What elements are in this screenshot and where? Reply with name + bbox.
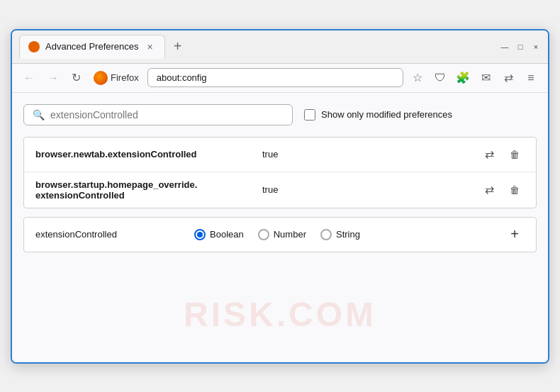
- firefox-icon: [94, 71, 108, 85]
- pref-name-1: browser.newtab.extensionControlled: [35, 149, 262, 159]
- firefox-logo: Firefox: [89, 71, 143, 85]
- search-input[interactable]: extensionControlled: [50, 109, 284, 121]
- firefox-label: Firefox: [111, 72, 139, 83]
- sync-icon[interactable]: ⇄: [498, 68, 518, 88]
- radio-boolean-circle: [194, 229, 206, 240]
- browser-window: Advanced Preferences × + — □ × ← → ↻ Fir…: [11, 29, 549, 364]
- radio-string-label: String: [336, 229, 360, 240]
- menu-icon[interactable]: ≡: [521, 68, 541, 88]
- new-tab-button[interactable]: +: [168, 37, 188, 56]
- radio-boolean-label: Boolean: [210, 229, 244, 240]
- extension-icon[interactable]: 🧩: [453, 68, 473, 88]
- tab-close-button[interactable]: ×: [145, 40, 156, 54]
- row-2-actions: [479, 180, 525, 200]
- row-1-actions: [479, 145, 525, 164]
- delete-button-2[interactable]: [505, 180, 525, 200]
- address-bar[interactable]: about:config: [147, 68, 403, 87]
- back-button[interactable]: ←: [19, 69, 39, 87]
- address-text: about:config: [157, 72, 207, 83]
- pref-value-1: true: [262, 149, 479, 159]
- nav-icons: ☆ 🛡 🧩 ✉ ⇄ ≡: [408, 68, 541, 88]
- reload-button[interactable]: ↻: [67, 68, 85, 87]
- pref-name-2-line2: extensionControlled: [35, 190, 125, 201]
- close-button[interactable]: ×: [531, 42, 541, 52]
- watermark: RISK.COM: [184, 295, 376, 334]
- radio-boolean[interactable]: Boolean: [194, 229, 244, 240]
- content-area: RISK.COM 🔍 extensionControlled Show only…: [12, 93, 548, 362]
- swap-button-2[interactable]: [479, 180, 499, 200]
- search-container: 🔍 extensionControlled: [23, 104, 293, 125]
- pref-value-2: true: [262, 184, 479, 195]
- pref-name-2: browser.startup.homepage_override. exten…: [35, 179, 262, 201]
- add-pref-button[interactable]: +: [505, 225, 525, 245]
- search-row: 🔍 extensionControlled Show only modified…: [23, 104, 537, 125]
- trash-icon-1: [510, 148, 520, 161]
- mail-icon[interactable]: ✉: [476, 68, 495, 88]
- radio-string[interactable]: String: [320, 229, 360, 240]
- radio-number-circle: [258, 229, 269, 240]
- new-pref-row: extensionControlled Boolean Number Strin…: [23, 217, 537, 252]
- modified-label-text: Show only modified preferences: [321, 109, 452, 120]
- maximize-button[interactable]: □: [515, 42, 525, 52]
- trash-icon-2: [510, 184, 520, 196]
- shield-icon[interactable]: 🛡: [430, 68, 450, 88]
- table-row: browser.newtab.extensionControlled true: [24, 138, 536, 172]
- search-icon: 🔍: [33, 109, 45, 121]
- forward-button[interactable]: →: [43, 69, 63, 87]
- swap-icon-2: [485, 183, 494, 196]
- type-options: Boolean Number String: [194, 229, 488, 240]
- delete-button-1[interactable]: [505, 145, 525, 164]
- swap-icon-1: [485, 147, 494, 161]
- minimize-button[interactable]: —: [500, 42, 510, 52]
- window-controls: — □ ×: [500, 42, 541, 52]
- table-row: browser.startup.homepage_override. exten…: [24, 172, 536, 208]
- bookmark-icon[interactable]: ☆: [408, 68, 427, 88]
- modified-checkbox-input[interactable]: [304, 109, 315, 121]
- title-bar: Advanced Preferences × + — □ ×: [12, 30, 548, 64]
- swap-button-1[interactable]: [479, 145, 499, 164]
- results-table: browser.newtab.extensionControlled true …: [23, 137, 537, 208]
- radio-number[interactable]: Number: [258, 229, 306, 240]
- pref-name-2-line1: browser.startup.homepage_override.: [35, 179, 197, 190]
- nav-bar: ← → ↻ Firefox about:config ☆ 🛡 🧩 ✉ ⇄ ≡: [12, 64, 548, 93]
- modified-checkbox-label[interactable]: Show only modified preferences: [304, 109, 452, 121]
- tab-favicon: [28, 41, 40, 52]
- new-pref-name: extensionControlled: [35, 229, 177, 240]
- radio-number-label: Number: [274, 229, 306, 240]
- radio-string-circle: [320, 229, 332, 240]
- tab-title: Advanced Preferences: [45, 41, 139, 52]
- active-tab[interactable]: Advanced Preferences ×: [19, 35, 165, 59]
